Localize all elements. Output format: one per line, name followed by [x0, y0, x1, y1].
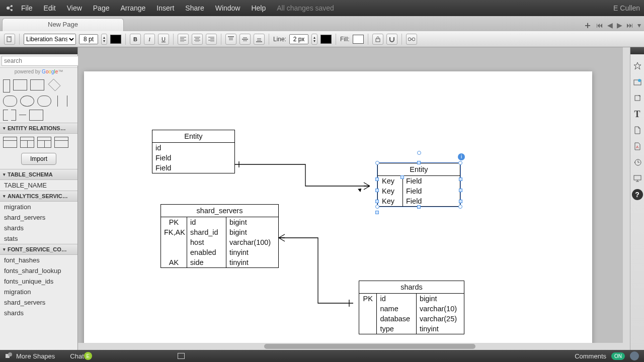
- h-scroll-thumb[interactable]: [264, 344, 475, 349]
- item-stats[interactable]: stats: [0, 233, 77, 244]
- line-color-swatch[interactable]: [320, 35, 332, 44]
- shape-rect2[interactable]: [30, 79, 44, 90]
- line-width-input[interactable]: [289, 34, 308, 44]
- valign-bottom-button[interactable]: [254, 34, 265, 45]
- info-badge[interactable]: i: [458, 153, 465, 160]
- shape-hline[interactable]: [19, 115, 26, 115]
- canvas-page[interactable]: Entity id Field Field Entity KeyField Ke…: [84, 71, 592, 362]
- shape-rect[interactable]: [13, 79, 27, 90]
- presentation-icon[interactable]: [178, 353, 185, 359]
- present-button[interactable]: [632, 173, 643, 184]
- erd-shape-3[interactable]: [37, 137, 51, 148]
- menu-share[interactable]: Share: [185, 4, 204, 12]
- underline-button[interactable]: U: [158, 34, 169, 45]
- align-center-button[interactable]: [192, 34, 203, 45]
- valign-middle-button[interactable]: [239, 34, 251, 45]
- conn-point-l2[interactable]: [375, 189, 379, 192]
- item-fonts-unique-ids[interactable]: fonts_unique_ids: [0, 276, 77, 287]
- conn-point-l4[interactable]: [375, 211, 379, 214]
- last-page-button[interactable]: ⏭: [626, 21, 633, 29]
- shape-note[interactable]: [29, 110, 43, 121]
- diagram-canvas[interactable]: Entity id Field Field Entity KeyField Ke…: [78, 47, 630, 350]
- comments-button[interactable]: Comments: [575, 352, 606, 360]
- shape-pill[interactable]: [37, 96, 51, 107]
- erd-shape-1[interactable]: [3, 137, 17, 148]
- menu-help[interactable]: Help: [251, 4, 266, 12]
- italic-button[interactable]: I: [144, 34, 155, 45]
- next-page-button[interactable]: ▶: [617, 21, 622, 29]
- erd-shape-4[interactable]: [54, 137, 68, 148]
- valign-top-button[interactable]: [225, 34, 236, 45]
- item-shards[interactable]: shards: [0, 223, 77, 233]
- item-table-name[interactable]: TABLE_NAME: [0, 180, 77, 191]
- conn-point-l3[interactable]: [375, 200, 379, 203]
- lock-button[interactable]: [372, 34, 383, 45]
- navigator-button[interactable]: [632, 60, 643, 71]
- diagram-entity-1[interactable]: Entity id Field Field: [152, 130, 235, 173]
- help-button[interactable]: ?: [632, 189, 643, 200]
- menu-insert[interactable]: Insert: [156, 4, 174, 12]
- more-shapes-button[interactable]: More Shapes: [16, 352, 55, 360]
- connector-ss-shards[interactable]: [279, 235, 364, 308]
- item-shard-servers-2[interactable]: shard_servers: [0, 297, 77, 308]
- magnet-button[interactable]: [386, 34, 397, 45]
- conn-point-inner[interactable]: [400, 175, 404, 179]
- diagram-shard-servers[interactable]: shard_servers PKidbigint FK,AKshard_idbi…: [160, 204, 279, 268]
- menu-file[interactable]: File: [21, 4, 33, 12]
- item-font-hashes[interactable]: font_hashes: [0, 255, 77, 265]
- comments-toggle[interactable]: ON: [611, 352, 625, 360]
- diagram-entity-2[interactable]: Entity KeyField KeyField KeyField: [377, 163, 460, 207]
- link-button[interactable]: [406, 34, 417, 45]
- conn-point-r1[interactable]: [459, 177, 462, 181]
- menu-window[interactable]: Window: [215, 4, 240, 12]
- align-left-button[interactable]: [178, 34, 189, 45]
- shape-bracket2[interactable]: [11, 110, 16, 121]
- align-right-button[interactable]: [206, 34, 217, 45]
- shape-vline[interactable]: [57, 96, 58, 107]
- section-font-service[interactable]: FONT_SERVICE_CO…: [0, 244, 77, 255]
- page-tab[interactable]: New Page: [2, 18, 124, 31]
- page-dropdown[interactable]: ▾: [637, 21, 641, 29]
- line-stepper[interactable]: ▴▾: [311, 34, 317, 45]
- prev-page-button[interactable]: ◀: [607, 21, 613, 29]
- shape-roundrect[interactable]: [3, 96, 17, 107]
- resize-handle-se[interactable]: [458, 205, 462, 209]
- erd-shape-2[interactable]: [20, 137, 34, 148]
- diagram-shards[interactable]: shards PKidbigint namevarchar(10) databa…: [359, 281, 464, 334]
- menu-view[interactable]: View: [67, 4, 82, 12]
- conn-point-s[interactable]: [417, 205, 421, 209]
- text-tool-button[interactable]: T: [632, 109, 643, 120]
- shape-vline2[interactable]: [67, 96, 67, 107]
- import-button[interactable]: Import: [21, 153, 56, 165]
- user-avatar[interactable]: [630, 351, 639, 360]
- document-button[interactable]: [632, 125, 643, 136]
- fill-color-swatch[interactable]: [353, 35, 364, 44]
- item-shard-servers[interactable]: shard_servers: [0, 212, 77, 223]
- shape-ellipse[interactable]: [20, 96, 34, 107]
- menu-arrange[interactable]: Arrange: [120, 4, 145, 12]
- history-button[interactable]: [632, 157, 643, 168]
- chat-user-badge[interactable]: E: [84, 352, 92, 360]
- section-table-schema[interactable]: TABLE_SCHEMA: [0, 169, 77, 180]
- item-shards-2[interactable]: shards: [0, 308, 77, 318]
- themes-button[interactable]: [632, 76, 643, 87]
- horizontal-scrollbar[interactable]: [78, 343, 630, 350]
- search-input[interactable]: [2, 56, 82, 66]
- chat-button[interactable]: Chat: [70, 352, 84, 360]
- page-size-button[interactable]: [632, 93, 643, 104]
- size-stepper[interactable]: ▴▾: [101, 34, 107, 45]
- item-fonts-shard-lookup[interactable]: fonts_shard_lookup: [0, 265, 77, 276]
- item-migration[interactable]: migration: [0, 202, 77, 212]
- paste-style-button[interactable]: [4, 34, 15, 45]
- shape-diamond[interactable]: [48, 79, 61, 92]
- conn-point-r2[interactable]: [459, 189, 462, 192]
- vertical-scrollbar[interactable]: [623, 47, 630, 343]
- user-name[interactable]: E Cullen: [613, 4, 640, 12]
- first-page-button[interactable]: ⏮: [596, 21, 603, 29]
- resize-handle-nw[interactable]: [375, 161, 379, 165]
- menu-page[interactable]: Page: [93, 4, 110, 12]
- resize-handle-ne[interactable]: [458, 161, 462, 165]
- conn-point-r3[interactable]: [459, 200, 462, 203]
- shape-vrect[interactable]: [3, 79, 10, 93]
- master-page-button[interactable]: A: [632, 141, 643, 152]
